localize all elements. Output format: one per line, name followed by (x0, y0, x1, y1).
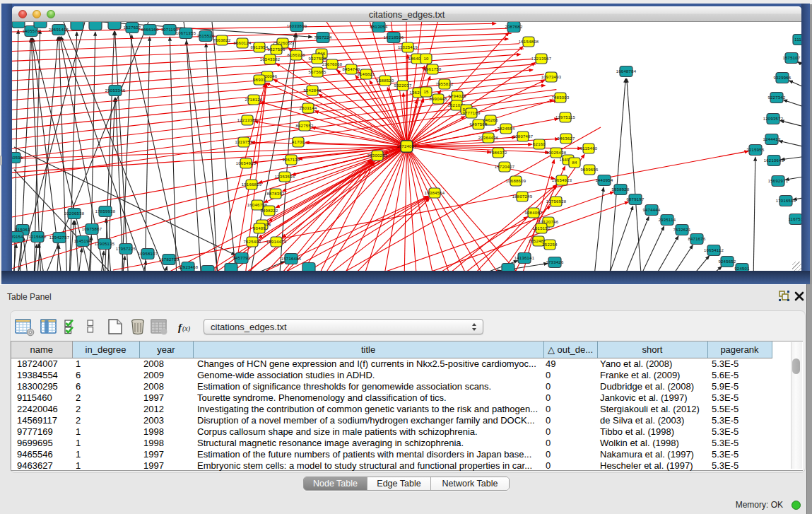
svg-text:16154808: 16154808 (519, 40, 539, 44)
svg-text:10807487: 10807487 (513, 134, 534, 139)
svg-text:9457791: 9457791 (233, 256, 250, 260)
svg-text:2718126: 2718126 (245, 98, 262, 102)
svg-text:5322037: 5322037 (394, 83, 411, 88)
svg-text:9327506: 9327506 (267, 47, 285, 52)
svg-text:8427552: 8427552 (295, 124, 313, 128)
svg-text:1615152: 1615152 (532, 226, 550, 230)
svg-text:2935114: 2935114 (659, 218, 676, 222)
svg-text:20364436: 20364436 (478, 136, 499, 140)
svg-text:252254: 252254 (542, 243, 558, 247)
svg-text:1405571: 1405571 (22, 29, 40, 33)
svg-text:16914479: 16914479 (266, 240, 287, 244)
svg-text:7986372: 7986372 (489, 151, 507, 155)
svg-text:1215682: 1215682 (28, 235, 46, 239)
svg-text:1117: 1117 (794, 37, 801, 42)
svg-text:9245652: 9245652 (718, 259, 736, 264)
svg-text:10958107: 10958107 (138, 252, 158, 256)
svg-text:8660124: 8660124 (233, 41, 251, 45)
svg-text:16210643: 16210643 (764, 158, 784, 163)
svg-text:9777169: 9777169 (462, 111, 480, 115)
svg-text:29053346: 29053346 (105, 88, 126, 93)
svg-text:93489: 93489 (253, 226, 266, 230)
svg-text:15692971: 15692971 (768, 179, 789, 183)
svg-text:12942757: 12942757 (49, 235, 70, 240)
svg-text:12353594: 12353594 (275, 175, 295, 179)
svg-text:7485003: 7485003 (551, 95, 569, 100)
svg-text:19654923: 19654923 (552, 178, 572, 182)
svg-text:8186328: 8186328 (287, 53, 305, 57)
svg-text:10025438: 10025438 (546, 151, 567, 155)
svg-text:116753: 116753 (788, 217, 801, 221)
svg-text:8990448: 8990448 (429, 97, 447, 101)
svg-text:924501: 924501 (734, 267, 749, 271)
svg-text:7663822: 7663822 (213, 38, 230, 42)
svg-text:5675685: 5675685 (308, 70, 326, 74)
svg-text:18724007: 18724007 (396, 144, 417, 148)
svg-text:1244413: 1244413 (763, 137, 780, 141)
svg-text:11325419: 11325419 (398, 45, 418, 49)
svg-text:3215955: 3215955 (746, 148, 764, 152)
svg-text:62160: 62160 (533, 142, 546, 146)
svg-text:5938928: 5938928 (611, 187, 629, 192)
svg-text:5498222: 5498222 (260, 209, 278, 213)
svg-text:39154: 39154 (12, 235, 23, 239)
svg-text:7515526: 7515526 (196, 34, 214, 38)
svg-text:18807249: 18807249 (512, 194, 533, 199)
svg-text:9474444: 9474444 (642, 208, 660, 212)
svg-text:1575107: 1575107 (782, 56, 800, 60)
svg-text:10671355: 10671355 (176, 31, 196, 35)
svg-text:17859938: 17859938 (95, 209, 116, 214)
svg-text:12213389: 12213389 (237, 118, 258, 122)
svg-text:1440954: 1440954 (595, 178, 613, 182)
svg-text:19166829: 19166829 (242, 182, 262, 187)
svg-text:1588520: 1588520 (376, 78, 394, 83)
svg-text:10654112: 10654112 (704, 248, 724, 252)
svg-text:6497568: 6497568 (469, 122, 487, 127)
svg-text:2803144: 2803144 (299, 106, 317, 110)
svg-text:10975867: 10975867 (82, 227, 102, 231)
svg-text:(x): (x) (182, 325, 191, 333)
svg-text:9463627: 9463627 (557, 136, 575, 141)
svg-text:12093572: 12093572 (763, 117, 784, 121)
svg-text:12905135: 12905135 (95, 242, 115, 246)
svg-text:7632621: 7632621 (673, 228, 690, 232)
svg-text:3267130: 3267130 (282, 158, 300, 162)
svg-text:1319755: 1319755 (235, 140, 252, 144)
svg-text:9227342: 9227342 (767, 95, 785, 100)
svg-text:9327508: 9327508 (308, 57, 326, 61)
svg-text:23676068: 23676068 (322, 62, 343, 66)
svg-text:3824554: 3824554 (497, 127, 514, 131)
svg-text:1145194: 1145194 (74, 239, 92, 243)
svg-text:9329966: 9329966 (773, 76, 791, 80)
svg-text:17016504: 17016504 (776, 199, 796, 203)
svg-text:17957225: 17957225 (116, 247, 136, 251)
svg-text:10973493: 10973493 (541, 75, 562, 79)
svg-text:15: 15 (423, 90, 429, 94)
svg-text:1733426: 1733426 (546, 260, 563, 264)
svg-text:20691406: 20691406 (49, 28, 69, 32)
svg-text:6961758: 6961758 (423, 67, 441, 71)
svg-text:16648784: 16648784 (616, 69, 637, 74)
svg-text:7857224: 7857224 (314, 35, 331, 40)
svg-text:84: 84 (572, 160, 577, 165)
svg-text:20206538: 20206538 (64, 211, 85, 216)
svg-text:9115460: 9115460 (580, 146, 598, 151)
svg-text:10756928: 10756928 (546, 199, 567, 204)
svg-text:9699695: 9699695 (580, 168, 598, 172)
svg-text:9146821: 9146821 (357, 72, 375, 76)
svg-text:8912954: 8912954 (250, 45, 268, 49)
svg-text:12923468: 12923468 (178, 265, 199, 269)
svg-text:6879197: 6879197 (626, 197, 644, 201)
svg-text:9242848: 9242848 (303, 88, 321, 93)
svg-text:16543382: 16543382 (260, 57, 281, 62)
svg-text:7625402: 7625402 (243, 240, 261, 244)
svg-text:10: 10 (423, 57, 429, 61)
svg-text:7955812: 7955812 (435, 82, 453, 86)
svg-text:15716485: 15716485 (281, 257, 302, 261)
svg-text:16033809: 16033809 (287, 24, 307, 28)
svg-text:2087682: 2087682 (505, 25, 522, 29)
svg-text:6794028: 6794028 (448, 94, 466, 98)
svg-text:98901: 98901 (253, 78, 266, 82)
svg-text:12975115: 12975115 (555, 115, 576, 119)
svg-text:8813054: 8813054 (370, 25, 387, 29)
